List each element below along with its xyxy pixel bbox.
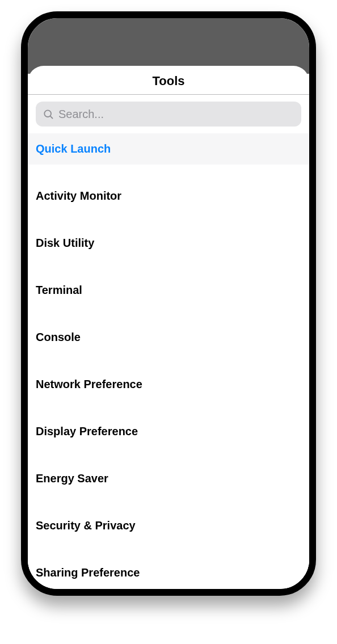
list-item-energy-saver[interactable]: Energy Saver [28, 463, 309, 494]
list-item-security-privacy[interactable]: Security & Privacy [28, 510, 309, 541]
list-item-console[interactable]: Console [28, 322, 309, 353]
list-item-label: Display Preference [36, 425, 138, 437]
content-area: Tools Quick Launch Activity Monitor [28, 66, 309, 589]
tools-list: Quick Launch Activity Monitor Disk Utili… [28, 133, 309, 588]
list-item-quick-launch[interactable]: Quick Launch [28, 133, 309, 165]
page-title: Tools [28, 74, 309, 89]
search-bar[interactable] [36, 102, 301, 127]
search-container [28, 95, 309, 133]
search-input[interactable] [58, 108, 294, 121]
list-item-sharing-preference[interactable]: Sharing Preference [28, 557, 309, 588]
list-item-label: Energy Saver [36, 472, 108, 485]
list-item-network-preference[interactable]: Network Preference [28, 369, 309, 400]
list-item-label: Disk Utility [36, 237, 94, 249]
list-item-label: Console [36, 331, 81, 343]
list-item-display-preference[interactable]: Display Preference [28, 416, 309, 447]
list-item-disk-utility[interactable]: Disk Utility [28, 228, 309, 259]
list-item-label: Network Preference [36, 378, 142, 390]
list-item-label: Sharing Preference [36, 566, 140, 579]
search-icon [43, 108, 54, 120]
list-item-label: Terminal [36, 284, 82, 296]
list-item-label: Security & Privacy [36, 519, 136, 532]
list-item-activity-monitor[interactable]: Activity Monitor [28, 180, 309, 212]
list-item-label: Activity Monitor [36, 190, 121, 202]
svg-line-1 [50, 116, 53, 119]
list-item-label: Quick Launch [36, 142, 111, 155]
page-header: Tools [28, 66, 309, 95]
device-frame: Tools Quick Launch Activity Monitor [21, 11, 316, 596]
list-item-terminal[interactable]: Terminal [28, 275, 309, 306]
